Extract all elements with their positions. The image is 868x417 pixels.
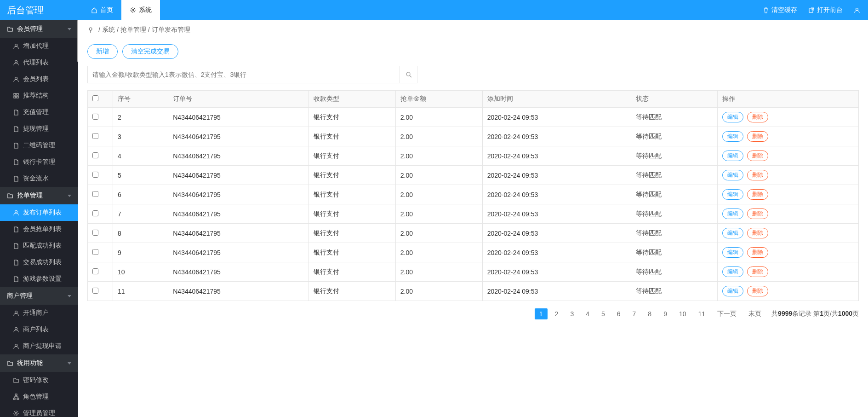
app-header: 后台管理 首页系统 清空缓存打开前台	[0, 0, 868, 20]
tab-home[interactable]: 首页	[83, 0, 121, 20]
tab-label: 首页	[100, 6, 113, 14]
header-action-label: 打开前台	[817, 6, 843, 14]
home-icon	[91, 7, 97, 13]
gear-icon	[130, 7, 136, 13]
header-action-label: 清空缓存	[771, 6, 797, 14]
header-action-external[interactable]: 打开前台	[803, 6, 848, 14]
tab-label: 系统	[139, 6, 152, 14]
trash-icon	[763, 7, 769, 13]
tab-gear[interactable]: 系统	[121, 0, 160, 20]
header-tabs: 首页系统	[83, 0, 160, 20]
header-action-trash[interactable]: 清空缓存	[757, 6, 803, 14]
app-logo: 后台管理	[0, 4, 83, 17]
header-right: 清空缓存打开前台	[757, 0, 868, 20]
header-action-user[interactable]	[848, 7, 868, 13]
user-icon	[854, 7, 860, 13]
external-icon	[808, 7, 815, 13]
